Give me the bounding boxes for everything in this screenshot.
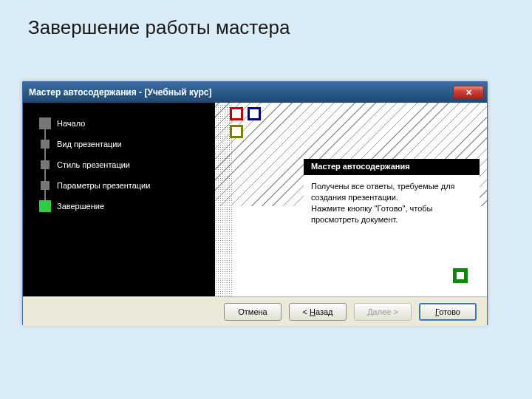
content-pane: Мастер автосодержания Получены все ответ…	[215, 103, 487, 296]
step-presentation-params[interactable]: Параметры презентации	[41, 175, 208, 196]
finish-rest: отово	[439, 307, 460, 316]
back-underline: Н	[310, 307, 316, 316]
slide-title: Завершение работы мастера	[0, 0, 532, 39]
next-underline: Д	[367, 307, 372, 316]
step-label: Вид презентации	[57, 140, 122, 149]
steps-sidebar: Начало Вид презентации Стиль презентации…	[23, 103, 215, 296]
summary-line-2: Нажмите кнопку "Готово", чтобы просмотре…	[311, 203, 472, 225]
next-rest: алее >	[373, 307, 398, 316]
deco-square-red-icon	[230, 107, 243, 120]
summary-header: Мастер автосодержания	[304, 159, 480, 175]
step-marker-icon	[39, 117, 51, 129]
step-label: Стиль презентации	[57, 160, 130, 169]
step-start[interactable]: Начало	[41, 113, 208, 134]
window-title: Мастер автосодержания - [Учебный курс]	[29, 87, 212, 98]
deco-square-blue-icon	[248, 107, 261, 120]
back-button[interactable]: < Назад	[289, 303, 347, 321]
wizard-footer: Отмена < Назад Далее > Готово	[23, 296, 487, 326]
close-icon: ✕	[466, 88, 472, 98]
close-button[interactable]: ✕	[453, 86, 484, 99]
deco-square-green-icon	[453, 268, 468, 283]
deco-square-olive-icon	[230, 125, 243, 138]
deco-squares	[230, 107, 262, 140]
titlebar: Мастер автосодержания - [Учебный курс] ✕	[23, 82, 487, 103]
wizard-window: Мастер автосодержания - [Учебный курс] ✕…	[22, 81, 488, 325]
step-presentation-style[interactable]: Стиль презентации	[41, 154, 208, 175]
step-marker-icon	[39, 200, 51, 212]
step-label: Параметры презентации	[57, 181, 150, 190]
finish-button[interactable]: Готово	[419, 303, 477, 321]
summary-body: Получены все ответы, требуемые для созда…	[304, 175, 480, 231]
wizard-body: Начало Вид презентации Стиль презентации…	[23, 103, 487, 296]
cancel-button[interactable]: Отмена	[224, 303, 282, 321]
step-finish[interactable]: Завершение	[41, 196, 208, 216]
back-prefix: <	[302, 307, 309, 316]
step-label: Завершение	[57, 202, 104, 211]
step-presentation-type[interactable]: Вид презентации	[41, 134, 208, 154]
step-marker-icon	[41, 160, 50, 169]
summary-line-1: Получены все ответы, требуемые для созда…	[311, 181, 472, 203]
next-button: Далее >	[354, 303, 412, 321]
step-marker-icon	[41, 140, 50, 149]
step-marker-icon	[41, 181, 50, 190]
step-label: Начало	[57, 119, 85, 128]
back-rest: азад	[316, 307, 333, 316]
